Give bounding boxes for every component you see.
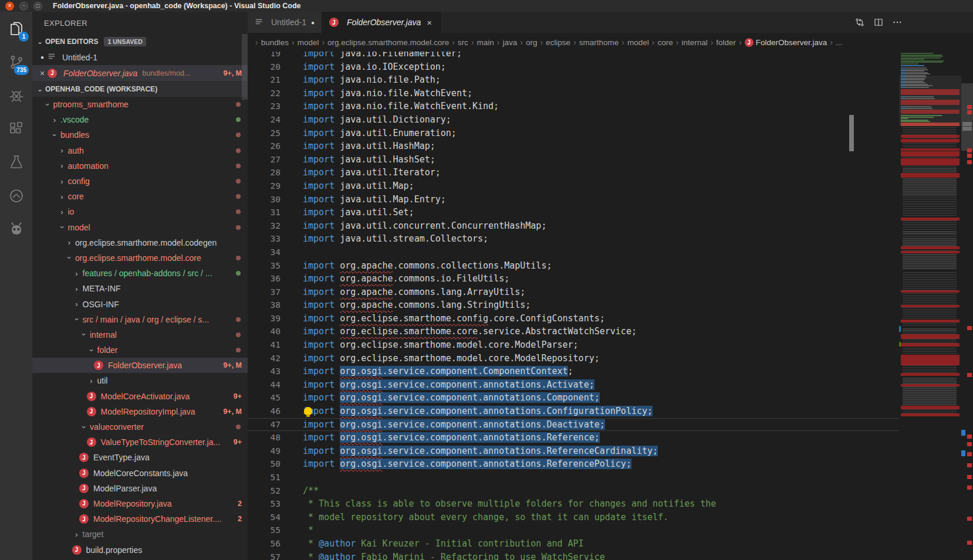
- code-line-20[interactable]: 20import java.io.IOException;: [248, 60, 899, 74]
- breadcrumb-item-java[interactable]: java: [502, 38, 517, 47]
- tree-item-META-INF[interactable]: ›META-INF: [32, 281, 248, 296]
- code-line-37[interactable]: 37import org.apache.commons.lang.ArrayUt…: [248, 286, 899, 299]
- tree-item-ptrooms-smarthome[interactable]: ›ptrooms_smarthome: [32, 97, 248, 112]
- code-line-31[interactable]: 31import java.util.Set;: [248, 206, 899, 219]
- code-line-36[interactable]: 36import org.apache.commons.io.FileUtils…: [248, 272, 899, 286]
- more-actions-icon[interactable]: [892, 17, 903, 28]
- tree-item-ModelRepositoryChangeListener....[interactable]: JModelRepositoryChangeListener....2: [32, 511, 248, 527]
- tree-item-bundles[interactable]: ›bundles: [32, 127, 248, 142]
- code-line-19[interactable]: 19import java.io.FilenameFilter;: [248, 52, 899, 60]
- code-line-41[interactable]: 41import org.eclipse.smarthome.model.cor…: [248, 338, 899, 352]
- code-line-35[interactable]: 35import org.apache.commons.collections.…: [248, 259, 899, 273]
- breadcrumb-item-bundles[interactable]: bundles: [261, 38, 289, 47]
- tree-item-core[interactable]: ›core: [32, 189, 248, 204]
- tree-item-model[interactable]: ›model: [32, 220, 248, 235]
- breadcrumb-item-main[interactable]: main: [477, 38, 494, 47]
- split-editor-icon[interactable]: [873, 17, 884, 28]
- scrollbar-slider[interactable]: [961, 83, 973, 151]
- breadcrumb-item-model[interactable]: model: [298, 38, 319, 47]
- activity-debug-icon[interactable]: [0, 79, 32, 112]
- window-minimize-button[interactable]: −: [19, 2, 28, 11]
- tree-item-ModelRepository.java[interactable]: JModelRepository.java2: [32, 496, 248, 511]
- tree-item-ModelCoreConstants.java[interactable]: JModelCoreConstants.java: [32, 466, 248, 481]
- code-line-30[interactable]: 30import java.util.Map.Entry;: [248, 193, 899, 206]
- tree-item-valueconverter[interactable]: ›valueconverter: [32, 419, 248, 435]
- code-line-51[interactable]: 51: [248, 471, 899, 484]
- workspace-header[interactable]: ⌄ OPENHAB_CODE (WORKSPACE): [32, 81, 248, 97]
- breadcrumb-item-eclipse[interactable]: eclipse: [546, 38, 570, 47]
- code-line-55[interactable]: 55 *: [248, 524, 899, 537]
- open-editor-Untitled-1[interactable]: ●Untitled-1: [32, 49, 248, 65]
- lightbulb-icon[interactable]: [304, 407, 312, 415]
- activity-circle-chevron-icon[interactable]: [0, 179, 32, 212]
- open-editor-FolderObserver.java[interactable]: ×JFolderObserver.javabundles/mod...9+, M: [32, 65, 248, 81]
- code-line-24[interactable]: 24import java.util.Dictionary;: [248, 113, 899, 127]
- tree-item-org.eclipse.smarthome.model.core[interactable]: ›org.eclipse.smarthome.model.core: [32, 250, 248, 266]
- tree-item-features-openhab-addons-src-...[interactable]: ›features / openhab-addons / src / ...: [32, 266, 248, 281]
- code-line-43[interactable]: 43import org.osgi.service.component.Comp…: [248, 365, 899, 378]
- open-changes-icon[interactable]: [854, 17, 865, 28]
- minimap[interactable]: [899, 52, 961, 560]
- open-editors-header[interactable]: ⌄ OPEN EDITORS 1 UNSAVED: [32, 34, 248, 49]
- tree-item-ModelRepositoryImpl.java[interactable]: JModelRepositoryImpl.java9+, M: [32, 404, 248, 419]
- window-maximize-button[interactable]: ▢: [33, 2, 42, 11]
- tree-item-build.properties[interactable]: Jbuild.properties: [32, 542, 248, 557]
- code-line-44[interactable]: 44import org.osgi.service.component.anno…: [248, 378, 899, 392]
- code-line-40[interactable]: 40import org.eclipse.smarthome.core.serv…: [248, 325, 899, 338]
- tree-item-FolderObserver.java[interactable]: JFolderObserver.java9+, M: [32, 358, 248, 373]
- tree-item-OSGI-INF[interactable]: ›OSGI-INF: [32, 296, 248, 311]
- tree-item-ModelParser.java[interactable]: JModelParser.java: [32, 481, 248, 496]
- code-line-23[interactable]: 23import java.nio.file.WatchEvent.Kind;: [248, 100, 899, 113]
- code-line-21[interactable]: 21import java.nio.file.Path;: [248, 73, 899, 87]
- activity-source-control-icon[interactable]: 735: [0, 45, 32, 79]
- activity-test-beaker-icon[interactable]: [0, 145, 32, 179]
- activity-bot-icon[interactable]: [0, 212, 32, 246]
- breadcrumb-item-core[interactable]: core: [657, 38, 673, 47]
- code-line-22[interactable]: 22import java.nio.file.WatchEvent;: [248, 87, 899, 100]
- activity-explorer-icon[interactable]: 1: [0, 12, 32, 45]
- code-line-29[interactable]: 29import java.util.Map;: [248, 179, 899, 193]
- tree-item-config[interactable]: ›config: [32, 174, 248, 189]
- minimap-slider[interactable]: [899, 76, 961, 126]
- code-line-57[interactable]: 57 * @author Fabio Marini - Refactoring …: [248, 551, 899, 560]
- breadcrumb-more[interactable]: ...: [836, 38, 842, 47]
- breadcrumb-item-folder[interactable]: folder: [716, 38, 736, 47]
- tree-item-.vscode[interactable]: ›.vscode: [32, 112, 248, 127]
- code-line-53[interactable]: 53 * This class is able to observe multi…: [248, 497, 899, 511]
- code-line-47[interactable]: 47import org.osgi.service.component.anno…: [248, 418, 899, 432]
- tree-item-internal[interactable]: ›internal: [32, 327, 248, 342]
- code-line-38[interactable]: 38import org.apache.commons.lang.StringU…: [248, 298, 899, 312]
- tree-item-io[interactable]: ›io: [32, 204, 248, 219]
- tab-FolderObserver.java[interactable]: JFolderObserver.java×: [322, 12, 441, 33]
- tree-item-org.eclipse.smarthome.model.codegen[interactable]: ›org.eclipse.smarthome.model.codegen: [32, 235, 248, 250]
- tree-item-ValueTypeToStringConverter.ja...[interactable]: JValueTypeToStringConverter.ja...9+: [32, 435, 248, 450]
- breadcrumb-item-src[interactable]: src: [458, 38, 468, 47]
- code-line-56[interactable]: 56 * @author Kai Kreuzer - Initial contr…: [248, 537, 899, 551]
- code-line-28[interactable]: 28import java.util.Iterator;: [248, 166, 899, 179]
- code-line-39[interactable]: 39import org.eclipse.smarthome.config.co…: [248, 312, 899, 325]
- code-line-50[interactable]: 50import org.osgi.service.component.anno…: [248, 457, 899, 471]
- tree-item-EventType.java[interactable]: JEventType.java: [32, 450, 248, 465]
- tree-item-folder[interactable]: ›folder: [32, 342, 248, 358]
- activity-extensions-icon[interactable]: [0, 112, 32, 145]
- code-line-32[interactable]: 32import java.util.concurrent.Concurrent…: [248, 219, 899, 233]
- code-line-33[interactable]: 33import java.util.stream.Collectors;: [248, 232, 899, 246]
- code-line-48[interactable]: 48import org.osgi.service.component.anno…: [248, 431, 899, 444]
- code-line-42[interactable]: 42import org.eclipse.smarthome.model.cor…: [248, 352, 899, 365]
- tab-Untitled-1[interactable]: Untitled-1●: [248, 12, 322, 33]
- breadcrumb-item-org.eclipse.smarthome.model.core[interactable]: org.eclipse.smarthome.model.core: [327, 38, 449, 47]
- breadcrumb-item-model[interactable]: model: [627, 38, 649, 47]
- scrollbar-overview-ruler[interactable]: [961, 52, 973, 560]
- window-close-button[interactable]: ×: [5, 2, 14, 11]
- breadcrumb-file[interactable]: FolderObserver.java: [756, 38, 827, 47]
- code-line-34[interactable]: 34: [248, 246, 899, 259]
- tree-item-ModelCoreActivator.java[interactable]: JModelCoreActivator.java9+: [32, 389, 248, 404]
- code-line-26[interactable]: 26import java.util.HashMap;: [248, 140, 899, 153]
- breadcrumb-item-smarthome[interactable]: smarthome: [579, 38, 619, 47]
- code-line-25[interactable]: 25import java.util.Enumeration;: [248, 127, 899, 140]
- breadcrumb-item-org[interactable]: org: [526, 38, 538, 47]
- code-line-54[interactable]: 54 * model repository about every change…: [248, 511, 899, 524]
- tree-item-util[interactable]: ›util: [32, 373, 248, 388]
- code-line-49[interactable]: 49import org.osgi.service.component.anno…: [248, 444, 899, 458]
- tree-item-automation[interactable]: ›automation: [32, 158, 248, 174]
